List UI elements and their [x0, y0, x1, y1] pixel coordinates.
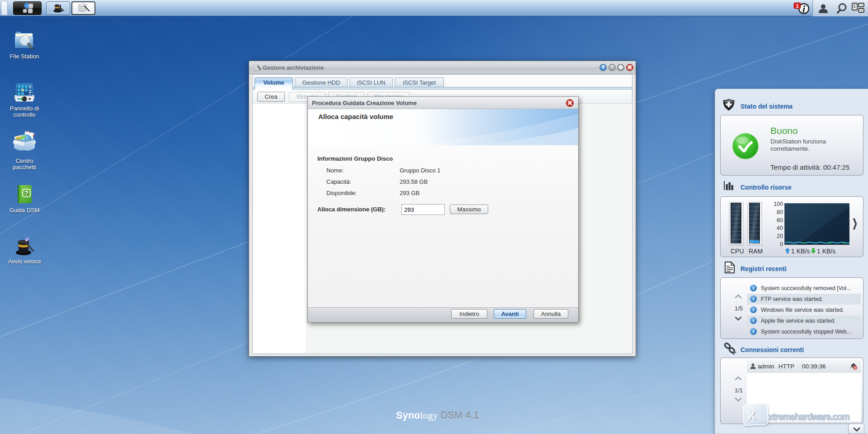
svg-text:?: ? [602, 65, 605, 70]
svg-text:1: 1 [796, 3, 798, 9]
svg-text:?: ? [24, 189, 28, 197]
